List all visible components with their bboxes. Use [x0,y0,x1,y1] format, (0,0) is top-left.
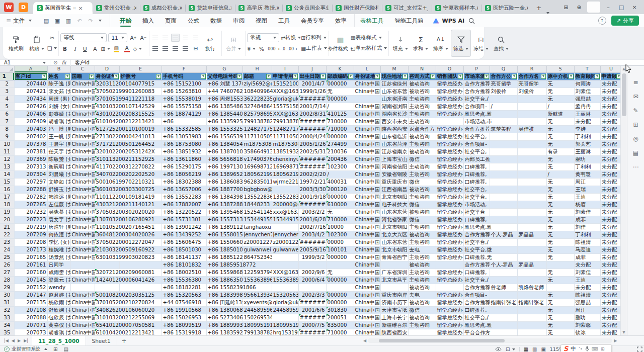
cell[interactable]: 天津市宝坻 [380,306,408,314]
cell[interactable] [354,95,380,103]
row-header-35[interactable]: 35 [0,329,14,335]
cut-button[interactable]: ✂ [47,34,57,42]
cell[interactable]: 无 [546,87,574,95]
cell[interactable]: 何依滢 (女 [47,231,70,238]
cell[interactable]: China中国 [354,163,380,170]
cell[interactable]: 207369 [14,155,47,163]
next-sheet-icon[interactable]: ▶ [18,338,21,343]
cell[interactable]: China中国 [354,276,380,284]
cell[interactable]: 王丽淋 [574,148,600,155]
cell[interactable]: 蒯玏 [574,314,600,321]
cell[interactable]: +86 周煜155380 [206,95,243,103]
cell[interactable]: ######## [298,118,326,125]
column-header-E[interactable]: E [119,66,162,72]
cell[interactable]: 207223 [14,216,47,223]
cell[interactable]: +86 13954682511 [206,208,243,216]
new-tab-button[interactable]: + [534,3,543,12]
row-header-19[interactable]: 19 [0,208,14,216]
cell[interactable]: +86 18056219 [162,170,206,178]
column-header-O[interactable]: O [436,66,463,72]
cell[interactable] [546,284,574,291]
cell[interactable]: wendy [47,284,70,291]
cell[interactable]: 丁利利 [574,163,600,170]
mic-icon[interactable] [585,346,589,351]
cell[interactable]: 筑梦美程 [490,125,517,133]
conditional-format-button[interactable]: ▦条件格式 [331,30,351,57]
cell[interactable]: 864752343 [243,253,272,261]
cell[interactable]: 无 [546,321,574,329]
cell[interactable]: 未分配 [600,118,620,125]
select-all-corner[interactable] [0,66,14,72]
cell[interactable]: 合作方推荐 [463,284,490,291]
cell[interactable]: +86 13901242 [162,223,206,231]
row-header-14[interactable]: 14 [0,170,14,178]
cell[interactable]: 王丽淋 [574,110,600,118]
cell[interactable]: 刘素佳 [574,269,600,276]
cell[interactable]: 彭睿婧 (女 [47,110,70,118]
cell[interactable]: XXX@163. [272,110,298,118]
cell[interactable]: 000000 [326,193,354,201]
cell[interactable]: 去电 [408,291,436,299]
cell[interactable] [517,155,546,163]
cell[interactable]: 835000 [326,321,354,329]
cell[interactable]: / [326,170,354,178]
cell[interactable]: 留学总经办 [436,110,463,118]
highlight-color-button[interactable]: ▨ [112,45,121,53]
cell[interactable]: 衡琬明 (女 [47,163,70,170]
cell[interactable]: 口碑推荐, [463,306,490,314]
cell[interactable] [436,118,463,125]
cell[interactable]: 无 [546,238,574,246]
cell[interactable]: 何雨涛 [574,80,600,87]
cell[interactable]: 未分配 [600,269,620,276]
rows-cols-button[interactable]: ⊞ 行和列 [301,34,326,42]
cell[interactable]: 合作方推荐 [463,125,490,133]
cell[interactable]: China中国 [70,269,95,276]
cell[interactable] [272,253,298,261]
cell[interactable]: +86 13860831276 [206,178,243,186]
record-icon[interactable]: ▤ [63,346,68,352]
cell[interactable]: +86 19910568 [162,306,206,314]
header-cell-M[interactable]: 现住地址 [380,72,408,80]
cell[interactable]: +86 15332585 [162,125,206,133]
cell[interactable]: China中国 [70,238,95,246]
cell[interactable] [517,178,546,186]
cell[interactable]: / [326,103,354,110]
cell[interactable]: 留学总经办 [436,321,463,329]
cell[interactable]: 610104200212213421 [95,118,162,125]
cell[interactable]: +86 13657006 [162,186,206,193]
cell[interactable] [380,284,408,291]
cell[interactable]: 207208 [14,238,47,246]
cell[interactable]: China中国 [354,103,380,110]
cell[interactable]: 2003/4/2 [298,231,326,238]
cell[interactable]: 曾老师 [490,284,517,291]
cell[interactable] [517,148,546,155]
cell[interactable]: 710000 [326,118,354,125]
sidebar-grid-icon[interactable]: ⊞ [633,121,638,128]
cell[interactable]: 2000/7/5 [298,321,326,329]
cell[interactable]: +86 15606475 [162,238,206,246]
cell[interactable]: China中国 [354,299,380,306]
cell[interactable]: 被动咨询 [408,231,436,238]
row-header-28[interactable]: 28 [0,276,14,284]
cell[interactable] [490,291,517,299]
sheet-tab-Sheet1[interactable]: Sheet1 [86,336,117,345]
cell[interactable]: China中国 [70,193,95,201]
cell[interactable] [490,306,517,314]
cell[interactable]: 244589596 [243,306,272,314]
cell[interactable]: 留学总经办 [436,95,463,103]
horizontal-scrollbar[interactable]: ◀ ▶ [363,338,617,343]
cell[interactable]: 留学总经办 [436,193,463,201]
cell[interactable]: xxx@163.c [272,208,298,216]
cell[interactable]: 371721200501264452 [95,140,162,148]
cell[interactable]: 留学总经办 [436,178,463,186]
header-cell-L[interactable]: 身份证地 [354,72,380,80]
search-button[interactable] [468,18,475,24]
cell[interactable]: +86 15582391866 [206,284,272,291]
page-layout-icon[interactable]: ▥ [532,346,537,352]
font-size-select[interactable]: 11 [108,33,127,42]
menu-公式[interactable]: 公式 [182,14,205,27]
cell[interactable]: +86 15573130169 [206,216,243,223]
cell[interactable]: 留学总经办 [436,140,463,148]
cell[interactable]: 155363896 [272,276,298,284]
filter-dropdown-icon[interactable] [89,74,94,79]
